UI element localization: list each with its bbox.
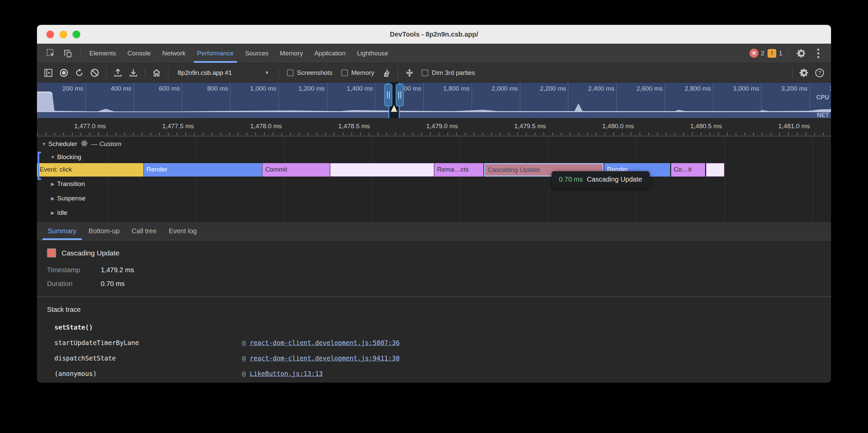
chevron-down-icon: ▼ — [265, 70, 269, 75]
field-name: Duration — [47, 280, 101, 288]
track-group-blocking[interactable]: ▼ Blocking — [37, 151, 831, 163]
flame-bar-commit[interactable]: Commit — [262, 163, 330, 176]
stack-trace-heading: Stack trace — [47, 306, 821, 313]
dim-3rd-parties-checkbox[interactable]: Dim 3rd parties — [418, 69, 478, 76]
home-icon[interactable] — [150, 66, 163, 79]
traffic-lights — [46, 31, 80, 38]
tab-call-tree[interactable]: Call tree — [126, 222, 163, 240]
triangle-down-icon[interactable]: ▼ — [40, 141, 49, 147]
frame-function-name: (anonymous) — [47, 370, 242, 377]
tooltip-duration: 0.70 ms — [559, 175, 583, 183]
overview-tick-label: 2,600 ms — [610, 85, 663, 92]
selection-handle-right[interactable] — [396, 84, 404, 106]
tab-bottom-up[interactable]: Bottom-up — [83, 222, 126, 240]
warning-count: 1 — [779, 50, 782, 57]
memory-label: Memory — [351, 69, 375, 76]
summary-panel: Cascading Update Timestamp1,479.2 msDura… — [37, 240, 831, 297]
tab-application[interactable]: Application — [309, 44, 351, 63]
tab-sources[interactable]: Sources — [239, 44, 274, 63]
performance-toolbar: 8p2n9n.csb.app #1 ▼ Screenshots Memory D — [37, 63, 831, 82]
divider — [168, 68, 168, 78]
track-scheduler[interactable]: ▼ Scheduler — Custom — [37, 137, 831, 151]
warning-badge[interactable]: ! 1 — [768, 49, 782, 58]
toggle-sidebar-icon[interactable] — [42, 66, 55, 79]
error-count: 2 — [761, 50, 765, 57]
tab-performance[interactable]: Performance — [191, 44, 240, 63]
track-group-suspense[interactable]: ▶Suspense — [37, 191, 831, 205]
at-symbol: @ — [242, 355, 246, 362]
tab-memory[interactable]: Memory — [274, 44, 309, 63]
detail-time-ruler[interactable]: 1,477.0 ms1,477.5 ms1,478.0 ms1,478.5 ms… — [37, 118, 831, 137]
divider — [793, 68, 793, 78]
checkbox-icon — [287, 69, 293, 76]
flame-bar-co-it[interactable]: Co…it — [671, 163, 705, 176]
flame-bar-pale[interactable] — [330, 163, 434, 176]
clear-icon[interactable] — [88, 66, 101, 79]
overview-tick-label: 2,000 ms — [466, 85, 518, 92]
overview-tick-label: 2,400 ms — [562, 85, 614, 92]
details-tabbar: SummaryBottom-upCall treeEvent log — [37, 222, 831, 240]
track-group-transition[interactable]: ▶Transition — [37, 176, 831, 191]
load-profile-icon[interactable] — [111, 66, 125, 79]
triangle-down-icon[interactable]: ▼ — [49, 155, 57, 160]
react-atom-icon — [81, 140, 88, 149]
capture-settings-gear-icon[interactable] — [798, 66, 811, 79]
overview-tick-label: 2,800 ms — [659, 85, 711, 92]
source-location-link[interactable]: react-dom-client.development.js:9411:30 — [250, 355, 399, 362]
settings-gear-icon[interactable] — [795, 47, 808, 60]
tab-event-log[interactable]: Event log — [163, 222, 203, 240]
more-options-icon[interactable] — [812, 47, 825, 60]
overview-tick-label: 3,000 ms — [707, 85, 759, 92]
error-badge[interactable]: ✕ 2 — [749, 49, 765, 58]
overview-tick-label: 200 ms — [37, 85, 83, 92]
field-value: 1,479.2 ms — [101, 266, 134, 274]
help-icon[interactable]: ? — [813, 66, 826, 79]
flame-bar-render[interactable]: Render — [144, 163, 262, 176]
tab-summary[interactable]: Summary — [42, 222, 83, 240]
flame-bar-rema-cts[interactable]: Rema…cts — [434, 163, 483, 176]
error-icon: ✕ — [749, 49, 758, 58]
target-selector-dropdown[interactable]: 8p2n9n.csb.app #1 ▼ — [173, 69, 274, 76]
frame-function-name: dispatchSetState — [47, 355, 242, 362]
flame-bar-pale[interactable] — [706, 163, 724, 176]
inspect-element-icon[interactable] — [44, 47, 58, 60]
source-location-link[interactable]: react-dom-client.development.js:5807:36 — [250, 339, 399, 346]
zoom-window-button[interactable] — [72, 31, 80, 38]
device-toolbar-icon[interactable] — [61, 47, 74, 60]
overview-tick-label: 3,400 ms — [804, 85, 831, 92]
event-color-swatch — [47, 248, 56, 258]
flame-bars-row: Event: clickRenderCommitRema…ctsCascadin… — [37, 163, 831, 176]
tab-lighthouse[interactable]: Lighthouse — [351, 44, 394, 63]
selection-cpu-spike — [391, 105, 397, 112]
stack-frame: startUpdateTimerByLane@react-dom-client.… — [47, 339, 821, 346]
scheduler-track-suffix: — Custom — [91, 140, 122, 148]
timeline-overview[interactable]: 200 ms400 ms600 ms800 ms1,000 ms1,200 ms… — [37, 82, 831, 118]
field-name: Timestamp — [47, 266, 101, 274]
triangle-right-icon[interactable]: ▶ — [49, 210, 57, 215]
ruler-tick-label: 1,481.0 ms — [760, 123, 810, 130]
triangle-right-icon[interactable]: ▶ — [49, 181, 57, 187]
flame-bar-event-click[interactable]: Event: click — [37, 163, 144, 176]
tab-console[interactable]: Console — [122, 44, 157, 63]
save-profile-icon[interactable] — [127, 66, 140, 79]
reload-record-icon[interactable] — [72, 66, 86, 79]
collect-garbage-icon[interactable] — [380, 66, 393, 79]
tab-network[interactable]: Network — [157, 44, 191, 63]
ruler-tick-label: 1,478.5 ms — [319, 123, 370, 130]
memory-checkbox[interactable]: Memory — [338, 69, 378, 76]
close-window-button[interactable] — [46, 31, 54, 38]
track-group-idle[interactable]: ▶Idle — [37, 205, 831, 220]
minimize-window-button[interactable] — [59, 31, 67, 38]
flame-chart-tracks[interactable]: ▼ Scheduler — Custom ▼ Blocking Event: c… — [37, 137, 831, 222]
triangle-right-icon[interactable]: ▶ — [49, 196, 57, 201]
source-location-link[interactable]: LikeButton.js:13:13 — [250, 370, 322, 377]
record-icon[interactable] — [57, 66, 70, 79]
cpu-lane-label: CPU — [816, 94, 829, 101]
devtools-window: DevTools - 8p2n9n.csb.app/ ElementsConso… — [37, 25, 831, 382]
selection-handle-left[interactable] — [384, 84, 392, 106]
suspense-group-label: Suspense — [57, 195, 86, 202]
screenshots-checkbox[interactable]: Screenshots — [283, 69, 336, 76]
tab-elements[interactable]: Elements — [84, 44, 122, 63]
frame-function-name: startUpdateTimerByLane — [47, 339, 242, 346]
collapse-sections-icon[interactable] — [403, 66, 416, 79]
